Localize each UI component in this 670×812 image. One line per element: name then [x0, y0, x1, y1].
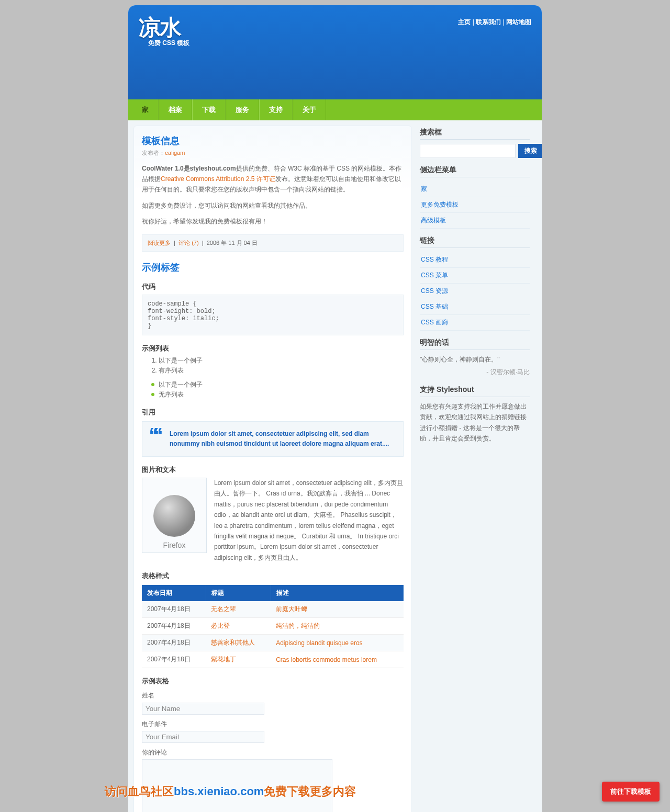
site-title[interactable]: 凉水	[139, 15, 181, 40]
site-subtitle: 免费 CSS 模板	[148, 38, 189, 48]
sample-table: 发布日期 标题 描述 2007年4月18日 无名之辈 前庭大叶蜱 2007年4月…	[142, 585, 404, 668]
support-heading: 支持 Styleshout	[420, 385, 530, 397]
post-title: 模板信息	[142, 134, 404, 147]
blockquote: Lorem ipsum dolor sit amet, consectetuer…	[142, 421, 404, 457]
header: 凉水 免费 CSS 模板 主页 | 联系我们 | 网站地图	[128, 5, 542, 99]
menu-services[interactable]: 服务	[226, 99, 259, 120]
menu-downloads[interactable]: 下载	[193, 99, 225, 120]
top-nav: 主页 | 联系我们 | 网站地图	[458, 18, 531, 27]
post-p1: CoolWater 1.0是styleshout.com提供的免费、符合 W3C…	[142, 163, 404, 195]
support-text: 如果您有兴趣支持我的工作并愿意做出贡献，欢迎您通过我网站上的捐赠链接进行小额捐赠…	[420, 401, 530, 444]
row-desc-link[interactable]: 前庭大叶蜱	[276, 605, 307, 613]
form-heading: 示例表格	[142, 676, 404, 686]
name-label: 姓名	[142, 690, 404, 701]
comments-link[interactable]: 评论 (7)	[178, 240, 199, 246]
post-p2: 如需更多免费设计，您可以访问我的网站查看我的其他作品。	[142, 200, 404, 211]
sidebar-item-premium[interactable]: 高级模板	[421, 217, 446, 224]
topnav-contact[interactable]: 联系我们	[476, 18, 501, 26]
topnav-home[interactable]: 主页	[458, 18, 471, 26]
readmore-link[interactable]: 阅读更多	[148, 240, 171, 246]
post-date: 2006 年 11 月 04 日	[207, 240, 258, 246]
menu-about[interactable]: 关于	[293, 99, 326, 120]
row-title-link[interactable]: 慈善家和其他人	[211, 639, 255, 646]
table-row: 2007年4月18日 无名之辈 前庭大叶蜱	[142, 601, 404, 618]
code-heading: 代码	[142, 282, 404, 291]
list-item: 有序列表	[159, 366, 404, 375]
link-css-basics[interactable]: CSS 基础	[421, 303, 448, 310]
row-desc-link[interactable]: Adipiscing blandit quisque eros	[276, 639, 362, 647]
table-row: 2007年4月18日 慈善家和其他人 Adipiscing blandit qu…	[142, 635, 404, 651]
wise-author: - 汉密尔顿·马比	[420, 367, 530, 377]
email-label: 电子邮件	[142, 719, 404, 729]
wise-quote: "心静则心全，神静则自在。" - 汉密尔顿·马比	[420, 354, 530, 378]
th-date: 发布日期	[142, 585, 206, 601]
wise-heading: 明智的话	[420, 338, 530, 350]
menu-support[interactable]: 支持	[260, 99, 292, 120]
search-heading: 搜索框	[420, 128, 530, 140]
search-input[interactable]	[420, 144, 516, 158]
row-desc-link[interactable]: Cras lobortis commodo metus lorem	[276, 656, 377, 663]
name-input[interactable]	[142, 703, 264, 715]
topnav-sitemap[interactable]: 网站地图	[506, 18, 531, 26]
th-title: 标题	[206, 585, 271, 601]
quote-heading: 引用	[142, 408, 404, 417]
menu-home[interactable]: 家	[132, 99, 158, 120]
link-css-menu[interactable]: CSS 菜单	[421, 272, 448, 279]
download-button[interactable]: 前往下载模板	[602, 782, 660, 802]
code-sample: code-sample { font-weight: bold; font-st…	[142, 295, 404, 335]
message-label: 你的评论	[142, 747, 404, 758]
post-meta: 阅读更多 | 评论 (7) | 2006 年 11 月 04 日	[142, 234, 404, 252]
search-button[interactable]	[518, 144, 542, 158]
main-menu: 家 档案 下载 服务 支持 关于	[128, 99, 542, 120]
email-input[interactable]	[142, 731, 264, 743]
row-title-link[interactable]: 无名之辈	[211, 605, 236, 613]
list-item: 无序列表	[151, 390, 404, 399]
list-item: 以下是一个例子	[151, 380, 404, 389]
unordered-list: 以下是一个例子 无序列表	[151, 380, 404, 399]
table-heading: 表格样式	[142, 571, 404, 581]
sidebar-item-home[interactable]: 家	[421, 185, 427, 193]
cc-license-link[interactable]: Creative Commons Attribution 2.5 许可证	[161, 175, 275, 183]
th-desc: 描述	[271, 585, 403, 601]
sidebar-item-more-templates[interactable]: 更多免费模板	[421, 201, 459, 208]
row-title-link[interactable]: 必比登	[211, 622, 230, 629]
sidemenu-heading: 侧边栏菜单	[420, 165, 530, 177]
list-heading: 示例列表	[142, 344, 404, 353]
link-css-gallery[interactable]: CSS 画廊	[421, 319, 448, 326]
post-byline: 发布者：ealigam	[142, 148, 404, 158]
ordered-list: 以下是一个例子 有序列表	[159, 356, 404, 375]
tags-title: 示例标签	[142, 261, 404, 274]
table-row: 2007年4月18日 紫花地丁 Cras lobortis commodo me…	[142, 651, 404, 668]
row-desc-link[interactable]: 纯洁的，纯洁的	[276, 622, 320, 629]
overlay-text: 访问血鸟社区bbs.xieniao.com免费下载更多内容	[105, 784, 356, 799]
sidebar: 搜索框 侧边栏菜单 家 更多免费模板 高级模板 链接 CSS 教程 CSS 菜单…	[420, 126, 530, 812]
main-column: 模板信息 发布者：ealigam CoolWater 1.0是styleshou…	[133, 126, 412, 812]
menu-archives[interactable]: 档案	[159, 99, 192, 120]
imgtext-heading: 图片和文本	[142, 465, 404, 475]
row-title-link[interactable]: 紫花地丁	[211, 656, 236, 663]
links-heading: 链接	[420, 236, 530, 248]
firefox-icon: Firefox	[142, 478, 207, 553]
post-p3: 祝你好运，希望你发现我的免费模板很有用！	[142, 216, 404, 227]
post-author-link[interactable]: ealigam	[165, 150, 185, 156]
table-row: 2007年4月18日 必比登 纯洁的，纯洁的	[142, 618, 404, 635]
list-item: 以下是一个例子	[159, 356, 404, 365]
link-css-resources[interactable]: CSS 资源	[421, 287, 448, 295]
link-css-tutorial[interactable]: CSS 教程	[421, 256, 448, 263]
